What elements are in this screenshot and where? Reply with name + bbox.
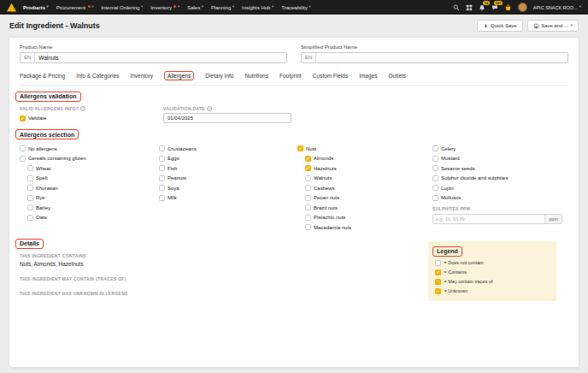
allergen-label: Brazil nuts xyxy=(314,205,338,210)
allergen-checkbox-mustard[interactable]: Mustard xyxy=(432,154,568,164)
tab-footprint[interactable]: Footprint xyxy=(279,73,302,79)
allergen-checkbox-no-allergens[interactable]: No allergens xyxy=(20,144,159,154)
checkbox-empty-icon xyxy=(20,145,26,151)
sulphites-ppm-input[interactable] xyxy=(433,215,544,223)
allergen-checkbox-walnuts[interactable]: Walnuts xyxy=(305,174,432,184)
tab-dietary-info[interactable]: Dietary Info xyxy=(205,73,233,79)
name-fields-row: Product Name EN Simplified Product Name … xyxy=(20,44,568,63)
legend-traces-icon: ↑ xyxy=(435,279,441,285)
tab-custom-fields[interactable]: Custom Fields xyxy=(313,73,349,79)
allergen-label: Fish xyxy=(168,166,177,171)
allergen-checkbox-sesame-seeds[interactable]: Sesame seeds xyxy=(432,163,568,174)
allergen-checkbox-khorasan[interactable]: Khorasan xyxy=(27,183,159,193)
validation-date-input[interactable] xyxy=(163,113,291,123)
allergen-checkbox-milk[interactable]: Milk xyxy=(159,193,297,204)
search-icon[interactable] xyxy=(453,4,460,11)
allergen-checkbox-hazelnuts[interactable]: ✓Hazelnuts xyxy=(305,163,432,174)
contains-value: Nuts, Almonds, Hazelnuts xyxy=(20,261,310,267)
nav-inventory[interactable]: Inventory▾ xyxy=(150,5,179,10)
allergen-label: Sesame seeds xyxy=(441,166,475,171)
product-name-input[interactable] xyxy=(35,53,286,62)
section-details: Details THIS INGREDIENT CONTAINS Nuts, A… xyxy=(20,233,310,296)
info-icon[interactable]: i xyxy=(207,106,212,111)
allergen-checkbox-molluscs[interactable]: Molluscs xyxy=(432,193,568,204)
allergen-label: Hazelnuts xyxy=(314,166,337,171)
nav-insights-hub[interactable]: Insights Hub▾ xyxy=(242,5,273,10)
app-logo-icon[interactable] xyxy=(7,3,16,12)
nav-products[interactable]: Products▾ xyxy=(23,5,49,10)
allergen-checkbox-rye[interactable]: Rye xyxy=(27,193,159,204)
allergen-checkbox-macadamia-nuts[interactable]: Macadamia nuts xyxy=(305,222,432,233)
allergen-checkbox-pecan-nuts[interactable]: Pecan nuts xyxy=(305,193,432,204)
checkbox-empty-icon xyxy=(432,165,438,171)
allergen-checkbox-wheat[interactable]: Wheat xyxy=(27,163,159,174)
checkbox-checked-icon: ✓ xyxy=(305,156,311,162)
validate-label: Validate xyxy=(28,115,46,121)
validation-date-label: VALIDATION DATE xyxy=(163,106,205,111)
allergen-checkbox-sulphur-dioxide-and-sulphites[interactable]: Sulphur dioxide and sulphites xyxy=(432,174,568,184)
user-avatar[interactable] xyxy=(518,3,527,12)
nav-sales[interactable]: Sales▾ xyxy=(187,5,203,10)
basket-icon[interactable] xyxy=(504,3,512,11)
validate-checkbox[interactable]: ✓ Validate xyxy=(20,114,163,124)
allergen-checkbox-brazil-nuts[interactable]: Brazil nuts xyxy=(305,203,432,213)
allergen-label: Celery xyxy=(441,146,456,151)
legend-checked-icon: ✓ xyxy=(435,269,441,275)
tab-nutritions[interactable]: Nutritions xyxy=(244,73,268,79)
checkbox-checked-icon: ✓ xyxy=(297,145,303,151)
allergen-checkbox-barley[interactable]: Barley xyxy=(27,203,159,213)
nav-traceability[interactable]: Traceability▾ xyxy=(281,5,310,10)
section-allergens-selection: Allergens selection No allergensCereals … xyxy=(20,129,568,233)
allergen-checkbox-cereals-containing-gluten[interactable]: Cereals containing gluten xyxy=(20,154,159,164)
tab-allergens[interactable]: Allergens xyxy=(164,71,194,80)
nav-internal-ordering[interactable]: Internal Ordering▾ xyxy=(101,5,143,10)
tab-info-categories[interactable]: Info & Categories xyxy=(76,73,119,79)
allergen-checkbox-eggs[interactable]: Eggs xyxy=(159,154,297,164)
allergen-checkbox-pistachio-nuts[interactable]: Pistachio nuts xyxy=(305,213,432,223)
messages-icon[interactable]: 107 xyxy=(491,4,498,11)
allergen-columns: No allergensCereals containing glutenWhe… xyxy=(20,144,568,233)
allergen-checkbox-fish[interactable]: Fish xyxy=(159,163,297,174)
details-and-legend: Details THIS INGREDIENT CONTAINS Nuts, A… xyxy=(20,233,568,301)
legend-item-label: = Contains xyxy=(444,269,467,275)
tab-images[interactable]: Images xyxy=(359,73,377,79)
allergen-label: Wheat xyxy=(36,166,50,171)
notifications-bell-icon[interactable]: 16 xyxy=(479,4,485,11)
allergen-label: Sulphur dioxide and sulphites xyxy=(441,175,508,181)
product-name-field: Product Name EN xyxy=(20,44,287,63)
allergen-checkbox-crustaceans[interactable]: Crustaceans xyxy=(159,144,297,154)
tab-inventory[interactable]: Inventory xyxy=(130,73,153,79)
allergen-checkbox-soya[interactable]: Soya xyxy=(159,183,297,193)
nav-planning[interactable]: Planning▾ xyxy=(211,5,234,10)
legend-item-traces: ↑= May contain traces of xyxy=(435,279,550,285)
checkbox-empty-icon xyxy=(432,195,438,201)
simplified-product-name-input[interactable] xyxy=(316,53,567,62)
allergen-checkbox-lupin[interactable]: Lupin xyxy=(432,183,568,193)
allergen-label: Walnuts xyxy=(314,175,332,181)
allergen-checkbox-oats[interactable]: Oats xyxy=(27,213,159,223)
allergen-label: Molluscs xyxy=(441,195,461,200)
allergen-checkbox-almonds[interactable]: ✓Almonds xyxy=(305,154,432,164)
nav-procurement[interactable]: Procurement▾ xyxy=(56,5,94,10)
product-name-label: Product Name xyxy=(20,44,287,50)
account-menu[interactable]: APIC SNACK ROO... ▾ xyxy=(533,5,581,10)
info-icon[interactable]: i xyxy=(80,106,85,111)
checkbox-empty-icon xyxy=(27,195,33,201)
tab-package-pricing[interactable]: Package & Pricing xyxy=(20,73,65,79)
allergen-checkbox-peanuts[interactable]: Peanuts xyxy=(159,174,297,184)
traces-label: THIS INGREDIENT MAY CONTAIN (TRACES OF) xyxy=(20,276,310,281)
tab-outlets[interactable]: Outlets xyxy=(388,73,406,79)
allergen-checkbox-spelt[interactable]: Spelt xyxy=(27,174,159,184)
allergen-checkbox-cashews[interactable]: Cashews xyxy=(305,183,432,193)
apps-grid-icon[interactable] xyxy=(466,4,473,11)
section-allergens-validation: Allergens validation VALID ALLERGENS INF… xyxy=(20,92,568,124)
legend-panel: Legend = Does not contain✓= Contains↑= M… xyxy=(428,241,556,301)
allergen-checkbox-nuts[interactable]: ✓Nuts xyxy=(297,144,432,154)
save-icon xyxy=(533,23,539,29)
quick-save-button[interactable]: Quick Save xyxy=(477,20,523,32)
allergen-label: Oats xyxy=(36,215,47,220)
allergen-checkbox-celery[interactable]: Celery xyxy=(432,144,568,154)
allergen-label: Almonds xyxy=(314,156,333,161)
allergen-label: Rye xyxy=(36,195,45,200)
save-and-button[interactable]: Save and ... ▾ xyxy=(527,20,579,32)
